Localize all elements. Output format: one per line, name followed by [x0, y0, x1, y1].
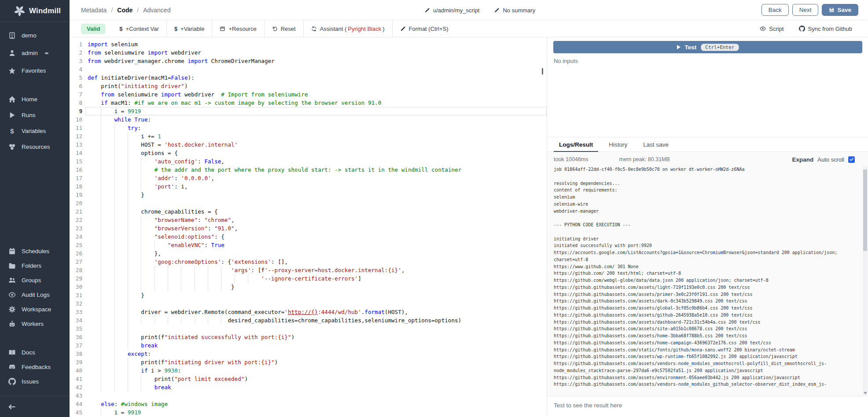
tab-history[interactable]: History [603, 137, 633, 151]
sync-from-github-button[interactable]: Sync from Github [794, 26, 857, 32]
code-line-27: 27 'goog:chromeOptions': {'extensions': … [70, 258, 547, 266]
reset-button[interactable]: Reset [265, 20, 303, 37]
line-number: 7 [70, 90, 82, 99]
code-line-content: print("port limit exceeded") [88, 375, 547, 383]
play-icon [677, 45, 680, 49]
line-number: 28 [70, 266, 82, 274]
sidebar-item-folders[interactable]: Folders [0, 258, 70, 273]
script-button[interactable]: Script [754, 26, 789, 32]
code-line-content: } [88, 291, 547, 299]
assistant-button[interactable]: Assistant (Pyright Black) [304, 20, 392, 37]
github-icon [799, 26, 805, 32]
code-line-content: import selenium [88, 40, 547, 48]
line-number: 29 [70, 274, 82, 283]
line-number: 23 [70, 224, 82, 232]
code-line-content: while True: [88, 115, 547, 124]
tab-logs-result[interactable]: Logs/Result [554, 137, 598, 151]
pencil-icon [425, 7, 430, 13]
toolbar-button-label: Script [769, 26, 783, 32]
sidebar-item-issues[interactable]: Issues [0, 374, 70, 389]
line-number: 24 [70, 232, 82, 241]
sidebar-item-docs[interactable]: Docs [0, 345, 70, 360]
sidebar-item-demo[interactable]: demo [0, 26, 70, 44]
header-actions: Back Next Save [761, 4, 858, 16]
line-number: 32 [70, 299, 82, 308]
sidebar-item-workers[interactable]: Workers [0, 317, 70, 331]
collapse-sidebar-button[interactable] [5, 400, 18, 413]
sidebar-item-favorites[interactable]: Favorites [0, 62, 70, 79]
sidebar-bottom [0, 396, 70, 417]
github-icon [8, 378, 16, 385]
sidebar-item-label: Groups [22, 277, 41, 284]
code-line-content: from webdriver_manager.chrome import Chr… [88, 57, 547, 65]
back-button[interactable]: Back [761, 4, 789, 16]
code-line-42: 42 break [70, 383, 547, 391]
breadcrumb-metadata[interactable]: Metadata [81, 7, 107, 14]
code-line-content: i = 9919 [88, 107, 547, 115]
summary-edit[interactable]: No summary [494, 7, 535, 14]
code-line-40: 40 if i > 9930: [70, 366, 547, 375]
pen-icon [400, 26, 406, 32]
dollar-icon: $ [174, 26, 177, 32]
sidebar-item-audit-logs[interactable]: Audit Logs [0, 288, 70, 302]
toolbar-button-suffix: ) [383, 26, 384, 32]
code-line-22: 22 "browserName": "chrome", [70, 216, 547, 224]
sidebar-item-schedules[interactable]: Schedules [0, 244, 70, 258]
package-icon [220, 26, 225, 32]
sidebar-item-groups[interactable]: Groups [0, 273, 70, 288]
breadcrumb-code[interactable]: Code [117, 7, 132, 14]
code-line-8: 8 if macM1: #if we are on mac m1 -> cust… [70, 99, 547, 107]
line-number: 44 [70, 400, 82, 408]
line-number: 1 [70, 40, 82, 48]
autoscroll-label: Auto scroll [817, 156, 844, 163]
sidebar-item-resources[interactable]: Resources [0, 139, 70, 155]
sidebar-item-home[interactable]: Home [0, 91, 70, 107]
line-number: 20 [70, 199, 82, 207]
expand-logs-link[interactable]: Expand [792, 156, 814, 163]
sidebar-item-runs[interactable]: Runs [0, 107, 70, 123]
context-var-button[interactable]: $+Context Var [112, 20, 166, 37]
save-button[interactable]: Save [822, 4, 858, 16]
variable-button[interactable]: $+Variable [167, 20, 212, 37]
line-number: 40 [70, 366, 82, 375]
format-ctrl-s-button[interactable]: Format (Ctrl+S) [393, 20, 456, 37]
toolbar-button-label: Format (Ctrl+S) [409, 26, 449, 32]
line-number: 8 [70, 99, 82, 107]
sidebar-item-workspace[interactable]: Workspace [0, 302, 70, 317]
sidebar-item-variables[interactable]: $Variables [0, 123, 70, 139]
log-output: job 01864aff-22dd-cf40-f0c5-0ec8e9b50c70… [547, 165, 868, 396]
eye-icon [8, 291, 16, 299]
refresh-icon [311, 26, 317, 32]
breadcrumb-advanced[interactable]: Advanced [143, 7, 170, 14]
code-line-content: break [88, 383, 547, 391]
code-line-content: if macM1: #if we are on mac m1 -> custom… [88, 99, 547, 107]
line-number: 16 [70, 166, 82, 174]
logs-scrollbar-thumb[interactable] [863, 170, 867, 251]
tab-last-save[interactable]: Last save [638, 137, 674, 151]
code-line-11: 11 try: [70, 124, 547, 132]
logs-scrollbar[interactable] [863, 166, 868, 395]
code-line-16: 16 # the addr and the port where the pro… [70, 166, 547, 174]
editor-toolbar: Valid $+Context Var$+Variable+ResourceRe… [70, 20, 868, 37]
overview-ruler-marker [542, 68, 543, 74]
test-shortcut-kbd: Ctrl+Enter [701, 44, 739, 51]
pencil-icon [494, 7, 500, 13]
windmill-logo[interactable]: Windmill [0, 0, 70, 22]
sidebar-item-admin[interactable]: admin [0, 44, 70, 62]
code-line-25: 25 "enableVNC": True [70, 241, 547, 249]
folder-icon [8, 262, 16, 269]
code-line-content: i = 9919 [88, 408, 547, 417]
sidebar-item-feedbacks[interactable]: Feedbacks [0, 360, 70, 374]
script-path-edit[interactable]: u/admin/my_script [425, 7, 479, 14]
result-placeholder: Test to see the result here [547, 396, 868, 417]
code-line-content: 'auto_config': False, [88, 157, 547, 166]
resource-button[interactable]: +Resource [212, 20, 264, 37]
line-number: 5 [70, 74, 82, 82]
code-editor[interactable]: 1import selenium2from seleniumwire impor… [70, 37, 547, 417]
test-button[interactable]: Test Ctrl+Enter [553, 41, 862, 53]
code-line-content: i += 1 [88, 132, 547, 140]
code-line-35: 35 [70, 325, 547, 333]
line-number: 45 [70, 408, 82, 417]
auto-scroll-checkbox[interactable] [848, 156, 855, 163]
next-button[interactable]: Next [792, 4, 819, 16]
